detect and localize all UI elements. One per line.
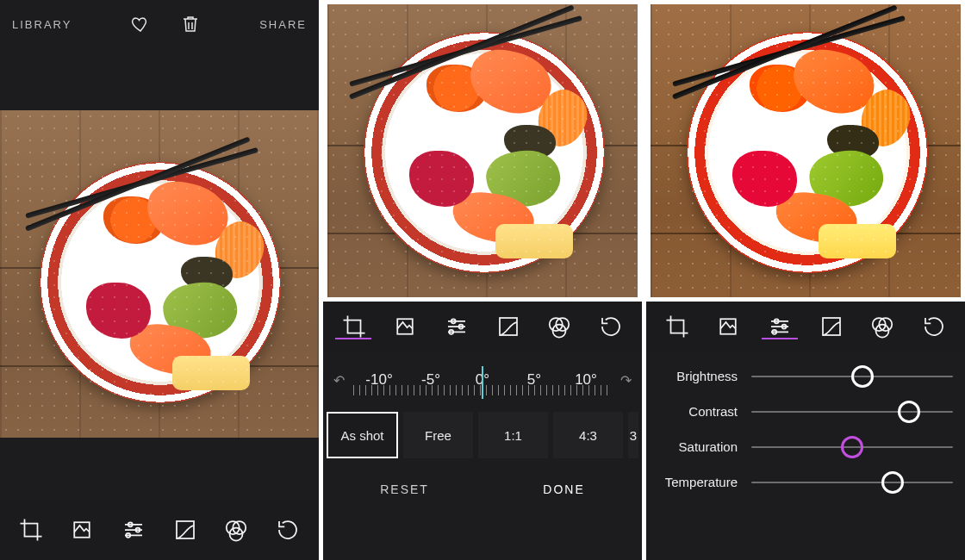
edit-toolbar bbox=[0, 500, 319, 560]
aspect-ratio-row: As shot Free 1:1 4:3 3 bbox=[323, 408, 642, 462]
crop-actions: RESET DONE bbox=[323, 462, 642, 517]
angle-right-arrow-icon[interactable]: ↷ bbox=[615, 372, 637, 389]
filters-icon[interactable] bbox=[223, 517, 249, 543]
slider-track[interactable] bbox=[751, 376, 953, 377]
editor-crop-screen: ↶ -10° -5° 0° 5° 10° ↷ As shot Free 1:1 … bbox=[323, 0, 642, 560]
angle-scale[interactable]: -10° -5° 0° 5° 10° bbox=[353, 361, 612, 399]
straighten-angle-strip[interactable]: ↶ -10° -5° 0° 5° 10° ↷ bbox=[323, 352, 642, 408]
food-photo bbox=[651, 4, 961, 297]
done-button[interactable]: DONE bbox=[543, 482, 584, 496]
sliders-icon[interactable] bbox=[767, 314, 793, 339]
reset-button[interactable]: RESET bbox=[380, 482, 429, 496]
aspect-more-button[interactable]: 3 bbox=[628, 412, 638, 458]
slider-label: Saturation bbox=[658, 439, 738, 454]
edit-toolbar bbox=[646, 302, 965, 352]
slider-track[interactable] bbox=[751, 411, 953, 413]
aspect-as-shot-button[interactable]: As shot bbox=[327, 412, 398, 458]
food-photo bbox=[0, 110, 319, 438]
photo-preview[interactable] bbox=[0, 102, 319, 446]
photo-preview-adjust[interactable] bbox=[646, 0, 965, 302]
angle-left-arrow-icon[interactable]: ↶ bbox=[328, 372, 350, 389]
editor-adjust-screen: Brightness Contrast Saturation Temperatu… bbox=[646, 0, 965, 560]
library-button[interactable]: LIBRARY bbox=[12, 18, 72, 31]
crop-icon[interactable] bbox=[18, 517, 44, 543]
layers-icon[interactable] bbox=[69, 517, 95, 543]
photo-preview-crop[interactable] bbox=[323, 0, 642, 302]
heart-icon[interactable] bbox=[130, 14, 151, 34]
history-icon[interactable] bbox=[921, 314, 947, 339]
layers-icon[interactable] bbox=[715, 314, 741, 339]
aspect-4-3-button[interactable]: 4:3 bbox=[553, 412, 623, 458]
slider-track[interactable] bbox=[751, 482, 953, 483]
filters-icon[interactable] bbox=[869, 314, 895, 339]
slider-label: Temperature bbox=[658, 475, 738, 489]
svg-rect-12 bbox=[500, 318, 517, 335]
edit-toolbar bbox=[323, 302, 642, 352]
slider-label: Brightness bbox=[658, 369, 738, 383]
crop-icon[interactable] bbox=[664, 314, 690, 339]
history-icon[interactable] bbox=[598, 314, 624, 339]
saturation-slider[interactable]: Saturation bbox=[658, 439, 953, 454]
temperature-slider[interactable]: Temperature bbox=[658, 475, 953, 489]
crop-icon[interactable] bbox=[341, 314, 367, 339]
filters-icon[interactable] bbox=[546, 314, 572, 339]
slider-label: Contrast bbox=[658, 404, 738, 419]
svg-rect-20 bbox=[823, 318, 840, 335]
slider-track[interactable] bbox=[751, 446, 953, 448]
top-icon-group bbox=[130, 14, 201, 34]
food-photo bbox=[327, 4, 638, 297]
aspect-1-1-button[interactable]: 1:1 bbox=[478, 412, 548, 458]
brightness-slider[interactable]: Brightness bbox=[658, 369, 953, 383]
adjust-sliders-panel: Brightness Contrast Saturation Temperatu… bbox=[646, 352, 965, 560]
history-icon[interactable] bbox=[275, 517, 301, 543]
share-button[interactable]: SHARE bbox=[259, 18, 307, 31]
curves-icon[interactable] bbox=[172, 517, 198, 543]
top-bar: LIBRARY SHARE bbox=[0, 0, 319, 48]
crop-panel: ↶ -10° -5° 0° 5° 10° ↷ As shot Free 1:1 … bbox=[323, 352, 642, 560]
trash-icon[interactable] bbox=[180, 14, 201, 34]
svg-rect-4 bbox=[177, 521, 194, 538]
layers-icon[interactable] bbox=[392, 314, 418, 339]
curves-icon[interactable] bbox=[495, 314, 521, 339]
editor-main-screen: LIBRARY SHARE bbox=[0, 0, 319, 560]
sliders-icon[interactable] bbox=[121, 517, 146, 543]
aspect-free-button[interactable]: Free bbox=[403, 412, 473, 458]
sliders-icon[interactable] bbox=[444, 314, 470, 339]
contrast-slider[interactable]: Contrast bbox=[658, 404, 953, 419]
curves-icon[interactable] bbox=[819, 314, 844, 339]
